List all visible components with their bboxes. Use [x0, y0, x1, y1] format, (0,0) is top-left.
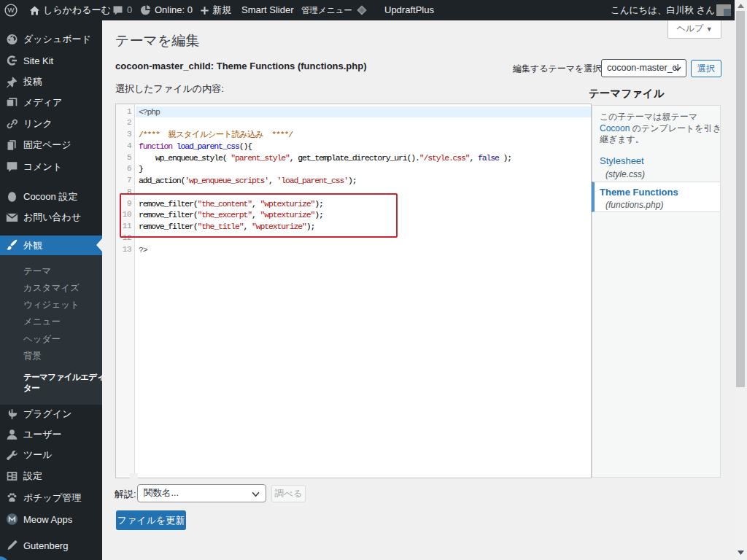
- svg-text:W: W: [8, 6, 15, 14]
